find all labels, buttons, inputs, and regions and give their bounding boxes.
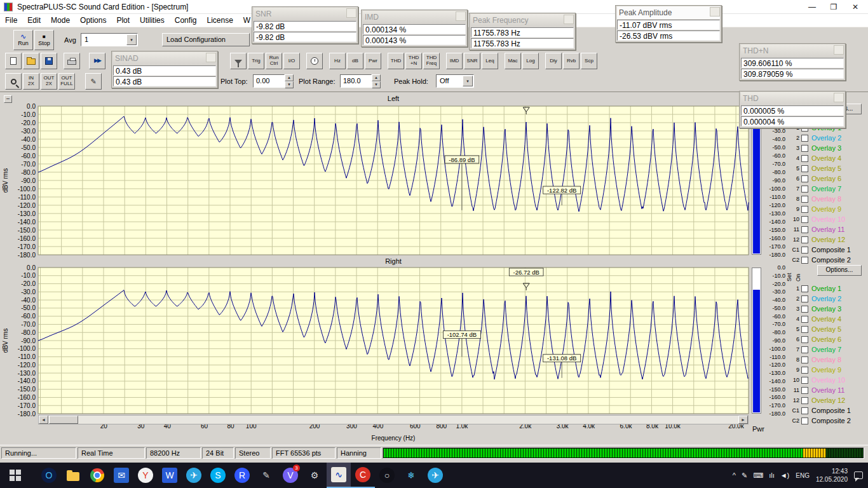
chrome-icon[interactable]: [85, 463, 109, 488]
thd-button[interactable]: THD: [388, 53, 404, 69]
tray-expand-icon[interactable]: ^: [733, 471, 736, 479]
overlay-label[interactable]: Overlay 12: [811, 396, 845, 404]
plot-top-value[interactable]: 0.00: [253, 74, 285, 88]
snr-button[interactable]: SNR: [464, 53, 480, 69]
overlay-label[interactable]: Overlay 10: [811, 215, 845, 223]
overlay-checkbox[interactable]: [801, 247, 808, 254]
zoom-out-2x-button[interactable]: OUT2X: [41, 73, 57, 90]
filter-button[interactable]: [230, 53, 247, 69]
panel-close-button[interactable]: [834, 45, 844, 55]
overlay-checkbox[interactable]: [801, 226, 808, 233]
overlay-checkbox[interactable]: [801, 145, 808, 152]
start-button[interactable]: [0, 463, 31, 488]
overlay-checkbox[interactable]: [801, 295, 808, 302]
panel-close-button[interactable]: [206, 53, 216, 62]
run-control-button[interactable]: RunCtrl: [266, 53, 282, 69]
play-continuous-button[interactable]: ▶▶: [89, 53, 105, 69]
telegram-icon[interactable]: ✈: [182, 463, 206, 488]
overlay-checkbox[interactable]: [801, 206, 808, 213]
overlay-checkbox[interactable]: [801, 326, 808, 333]
menu-item-options[interactable]: Options: [75, 14, 111, 27]
scroll-right-icon[interactable]: ►: [738, 416, 748, 424]
yandex-browser-icon[interactable]: Y: [133, 463, 158, 488]
new-file-button[interactable]: [5, 53, 22, 69]
word-icon[interactable]: W: [158, 463, 182, 488]
log-button[interactable]: Log: [522, 53, 539, 69]
pwr-button[interactable]: Pwr: [365, 53, 381, 69]
scroll-left-icon[interactable]: ◄: [39, 416, 48, 424]
rambler-icon[interactable]: R: [230, 463, 254, 488]
language-indicator[interactable]: ENG: [796, 472, 810, 479]
overlay-label[interactable]: Overlay 3: [811, 144, 841, 152]
spectrum-plot-left[interactable]: Left0.0-10.0-20.0-30.0-40.0-50.0-60.0-70…: [0, 93, 750, 257]
overlay-checkbox[interactable]: [801, 346, 808, 353]
db-button[interactable]: dB: [347, 53, 363, 69]
overlay-label[interactable]: Overlay 4: [811, 154, 841, 162]
spectraplus-icon[interactable]: ∿: [327, 463, 351, 488]
snowflake-icon[interactable]: ❄: [399, 463, 423, 488]
overlay-label[interactable]: Composite 1: [811, 407, 851, 414]
overlay-checkbox[interactable]: [801, 356, 808, 363]
overlay-checkbox[interactable]: [801, 377, 808, 384]
overlay-label[interactable]: Composite 1: [811, 246, 851, 254]
imd-button[interactable]: IMD: [446, 53, 463, 69]
overlay-checkbox[interactable]: [801, 367, 808, 374]
telegram-desktop-icon[interactable]: ✈: [423, 463, 447, 488]
dly-button[interactable]: Dly: [545, 53, 562, 69]
mail-icon[interactable]: ✉: [109, 463, 133, 488]
zoom-out-full-button[interactable]: OUTFULL: [58, 73, 75, 90]
overlay-checkbox[interactable]: [801, 175, 808, 182]
zoom-tool-button[interactable]: [5, 73, 22, 90]
spinner-arrows-icon[interactable]: ▲▼: [285, 74, 294, 88]
skype-icon[interactable]: S: [206, 463, 230, 488]
thd-n-button[interactable]: THD+N: [405, 53, 422, 69]
menu-item-utilities[interactable]: Utilities: [135, 14, 170, 27]
menu-item-config[interactable]: Config: [170, 14, 202, 27]
whatsapp-icon[interactable]: ○: [375, 463, 399, 488]
network-icon[interactable]: ılı: [769, 471, 775, 479]
menu-item-plot[interactable]: Plot: [111, 14, 135, 27]
overlay-label[interactable]: Overlay 8: [811, 195, 841, 203]
viber-icon[interactable]: V3: [278, 463, 302, 488]
save-button[interactable]: [41, 53, 57, 69]
notification-center-icon[interactable]: [854, 471, 863, 479]
overlay-label[interactable]: Overlay 2: [811, 295, 841, 302]
leq-button[interactable]: Leq: [482, 53, 498, 69]
overlay-label[interactable]: Overlay 11: [811, 386, 844, 394]
maximize-button[interactable]: ❐: [824, 0, 844, 14]
load-configuration-button[interactable]: Load Configuration: [162, 33, 250, 46]
minimize-button[interactable]: —: [802, 0, 822, 14]
panel-close-button[interactable]: [564, 15, 574, 24]
panel-close-button[interactable]: [834, 93, 844, 102]
overlay-label[interactable]: Overlay 2: [811, 134, 841, 142]
panel-close-button[interactable]: [346, 8, 356, 18]
overlay-label[interactable]: Overlay 8: [811, 356, 841, 363]
settings-gear-icon[interactable]: ⚙: [302, 463, 327, 488]
overlay-label[interactable]: Overlay 12: [811, 236, 845, 243]
overlay-checkbox[interactable]: [801, 155, 808, 162]
timer-button[interactable]: [306, 53, 323, 69]
annotate-button[interactable]: ✎: [85, 73, 102, 90]
overlay-label[interactable]: Overlay 1: [811, 285, 841, 292]
overlay-label[interactable]: Overlay 3: [811, 305, 841, 313]
opera-icon[interactable]: O: [37, 463, 61, 488]
peak-hold-dropdown[interactable]: Off ▼: [436, 74, 474, 88]
spinner-arrows-icon[interactable]: ▲▼: [372, 74, 381, 88]
overlay-checkbox[interactable]: [801, 417, 808, 424]
overlay-checkbox[interactable]: [801, 285, 808, 292]
plot-range-value[interactable]: 180.0: [340, 74, 372, 88]
run-button[interactable]: ∿ Run: [13, 30, 33, 50]
stop-button[interactable]: ■ Stop: [34, 30, 54, 50]
close-button[interactable]: ✕: [845, 0, 865, 14]
overlay-label[interactable]: Overlay 5: [811, 165, 841, 172]
overlay-label[interactable]: Overlay 6: [811, 336, 841, 343]
io-button[interactable]: I/O: [283, 53, 300, 69]
plot-top-input[interactable]: 0.00 ▲▼: [253, 74, 294, 88]
overlay-checkbox[interactable]: [801, 306, 808, 313]
overlay-checkbox[interactable]: [801, 196, 808, 203]
overlay-checkbox[interactable]: [801, 257, 808, 264]
thd-freq-button[interactable]: THDFreq: [423, 53, 440, 69]
touch-keyboard-icon[interactable]: ⌨: [753, 471, 763, 480]
mac-button[interactable]: Mac: [505, 53, 521, 69]
zoom-in-2x-button[interactable]: IN2X: [23, 73, 39, 90]
